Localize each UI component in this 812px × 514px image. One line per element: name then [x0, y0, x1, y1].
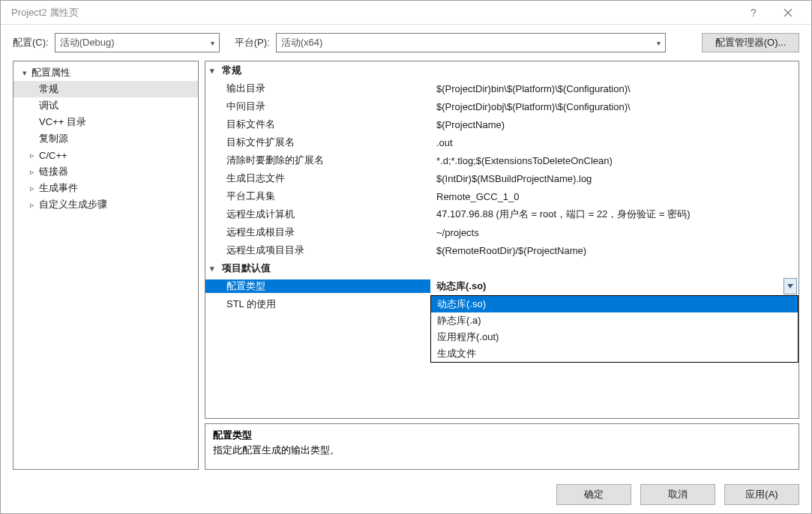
- tree-item-label: VC++ 目录: [37, 115, 86, 129]
- property-value[interactable]: $(ProjectName): [430, 119, 799, 130]
- category-header[interactable]: ▾常规: [205, 61, 799, 79]
- property-row[interactable]: 目标文件名$(ProjectName): [205, 115, 799, 133]
- expand-icon: ▹: [27, 151, 37, 160]
- description-panel: 配置类型 指定此配置生成的输出类型。: [205, 423, 799, 470]
- dropdown-option[interactable]: 动态库(.so): [431, 296, 798, 312]
- category-name: 常规: [222, 64, 241, 77]
- property-row[interactable]: 远程生成计算机47.107.96.88 (用户名 = root，端口 = 22，…: [205, 205, 799, 223]
- platform-combo[interactable]: 活动(x64) ▾: [276, 33, 666, 52]
- sidebar: ▾ 配置属性 常规调试VC++ 目录复制源▹C/C++▹链接器▹生成事件▹自定义…: [13, 61, 199, 470]
- dropdown-option[interactable]: 生成文件: [431, 345, 798, 362]
- property-name: 平台工具集: [205, 190, 430, 203]
- platform-value: 活动(x64): [281, 36, 657, 49]
- chevron-down-icon: ▾: [211, 39, 214, 47]
- property-value[interactable]: 47.107.96.88 (用户名 = root，端口 = 22，身份验证 = …: [430, 208, 799, 221]
- tree-item[interactable]: 复制源: [13, 130, 198, 147]
- property-name: 配置类型: [205, 279, 430, 293]
- tree-item[interactable]: VC++ 目录: [13, 114, 198, 130]
- property-name: STL 的使用: [205, 297, 430, 311]
- tree-item[interactable]: ▹链接器: [13, 163, 198, 180]
- tree-item[interactable]: ▹自定义生成步骤: [13, 196, 198, 213]
- ok-button[interactable]: 确定: [556, 484, 631, 505]
- body: ▾ 配置属性 常规调试VC++ 目录复制源▹C/C++▹链接器▹生成事件▹自定义…: [1, 61, 811, 476]
- platform-label: 平台(P):: [235, 36, 270, 49]
- property-row[interactable]: 中间目录$(ProjectDir)obj\$(Platform)\$(Confi…: [205, 97, 799, 115]
- config-combo[interactable]: 活动(Debug) ▾: [55, 33, 220, 52]
- tree-item-label: 生成事件: [37, 181, 78, 195]
- property-value[interactable]: 动态库(.so): [430, 279, 784, 293]
- property-name: 生成日志文件: [205, 172, 430, 185]
- property-value[interactable]: ~/projects: [430, 227, 799, 238]
- collapse-icon: ▾: [19, 68, 30, 78]
- property-name: 目标文件名: [205, 118, 430, 131]
- expand-icon: ▹: [27, 184, 37, 193]
- collapse-icon: ▾: [210, 264, 222, 273]
- tree-item-label: C/C++: [37, 150, 67, 161]
- property-row[interactable]: 远程生成根目录~/projects: [205, 223, 799, 241]
- property-name: 清除时要删除的扩展名: [205, 154, 430, 167]
- tree-item-label: 复制源: [37, 132, 68, 145]
- property-row[interactable]: 平台工具集Remote_GCC_1_0: [205, 187, 799, 205]
- property-name: 远程生成项目目录: [205, 244, 430, 257]
- property-row[interactable]: 远程生成项目目录$(RemoteRootDir)/$(ProjectName): [205, 241, 799, 259]
- property-value[interactable]: $(IntDir)$(MSBuildProjectName).log: [430, 173, 799, 184]
- collapse-icon: ▾: [210, 66, 222, 76]
- config-value: 活动(Debug): [60, 36, 211, 49]
- dialog-window: Project2 属性页 ? 配置(C): 活动(Debug) ▾ 平台(P):…: [0, 0, 812, 514]
- titlebar: Project2 属性页 ?: [1, 1, 811, 25]
- property-name: 输出目录: [205, 82, 430, 95]
- apply-button[interactable]: 应用(A): [724, 484, 799, 505]
- help-button[interactable]: ?: [736, 1, 771, 25]
- tree-item[interactable]: ▹C/C++: [13, 147, 198, 163]
- right-column: ▾常规输出目录$(ProjectDir)bin\$(Platform)\$(Co…: [205, 61, 799, 470]
- expand-icon: ▹: [27, 167, 37, 177]
- cancel-button[interactable]: 取消: [640, 484, 715, 505]
- property-name: 远程生成根目录: [205, 226, 430, 239]
- tree-root-label: 配置属性: [30, 66, 70, 79]
- description-text: 指定此配置生成的输出类型。: [213, 444, 791, 457]
- property-name: 远程生成计算机: [205, 208, 430, 221]
- property-value[interactable]: Remote_GCC_1_0: [430, 191, 799, 202]
- property-value[interactable]: $(ProjectDir)obj\$(Platform)\$(Configura…: [430, 101, 799, 112]
- config-label: 配置(C):: [13, 36, 49, 49]
- property-value[interactable]: .out: [430, 137, 799, 148]
- property-value[interactable]: *.d;*.tlog;$(ExtensionsToDeleteOnClean): [430, 155, 799, 166]
- tree-item[interactable]: 常规: [13, 81, 198, 97]
- property-value[interactable]: $(RemoteRootDir)/$(ProjectName): [430, 245, 799, 256]
- category-header[interactable]: ▾项目默认值: [205, 259, 799, 277]
- dropdown-option[interactable]: 静态库(.a): [431, 312, 798, 329]
- tree-item-label: 链接器: [37, 165, 68, 178]
- close-button[interactable]: [771, 1, 805, 25]
- property-value[interactable]: $(ProjectDir)bin\$(Platform)\$(Configura…: [430, 83, 799, 94]
- chevron-down-icon: ▾: [657, 39, 661, 47]
- property-row[interactable]: 生成日志文件$(IntDir)$(MSBuildProjectName).log: [205, 169, 799, 187]
- chevron-down-icon: [787, 284, 793, 288]
- category-name: 项目默认值: [222, 261, 271, 275]
- property-row[interactable]: 目标文件扩展名.out: [205, 133, 799, 151]
- tree-item-label: 自定义生成步骤: [37, 198, 107, 211]
- config-manager-button[interactable]: 配置管理器(O)...: [702, 33, 799, 52]
- dropdown-option[interactable]: 应用程序(.out): [431, 329, 798, 345]
- toolbar: 配置(C): 活动(Debug) ▾ 平台(P): 活动(x64) ▾ 配置管理…: [1, 25, 811, 61]
- expand-icon: ▹: [27, 200, 37, 210]
- tree-item[interactable]: ▹生成事件: [13, 180, 198, 196]
- tree-root[interactable]: ▾ 配置属性: [13, 64, 198, 81]
- property-name: 中间目录: [205, 100, 430, 113]
- dropdown-button[interactable]: [784, 278, 797, 294]
- tree-item-label: 常规: [37, 82, 58, 96]
- property-grid: ▾常规输出目录$(ProjectDir)bin\$(Platform)\$(Co…: [205, 61, 799, 419]
- property-row[interactable]: 清除时要删除的扩展名*.d;*.tlog;$(ExtensionsToDelet…: [205, 151, 799, 169]
- tree-item-label: 调试: [37, 99, 58, 112]
- window-title: Project2 属性页: [7, 6, 736, 19]
- property-name: 目标文件扩展名: [205, 136, 430, 149]
- close-icon: [784, 8, 793, 17]
- config-type-dropdown[interactable]: 动态库(.so)静态库(.a)应用程序(.out)生成文件: [430, 295, 799, 363]
- description-title: 配置类型: [213, 429, 791, 442]
- footer: 确定 取消 应用(A): [1, 476, 811, 513]
- property-row[interactable]: 输出目录$(ProjectDir)bin\$(Platform)\$(Confi…: [205, 79, 799, 97]
- tree: ▾ 配置属性 常规调试VC++ 目录复制源▹C/C++▹链接器▹生成事件▹自定义…: [13, 61, 198, 216]
- tree-item[interactable]: 调试: [13, 97, 198, 114]
- property-row[interactable]: 配置类型动态库(.so): [205, 277, 799, 295]
